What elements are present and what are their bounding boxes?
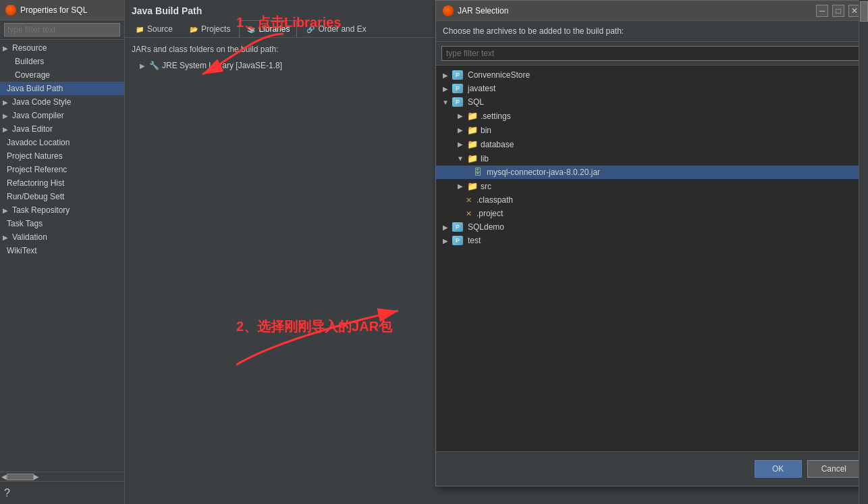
jre-item[interactable]: ▶ 🔧 JRE System Library [JavaSE-1.8] [138, 59, 429, 72]
project-icon: P [452, 70, 463, 80]
task-repository-label: Task Repository [12, 205, 70, 215]
nav-refactoring[interactable]: Refactoring Hist [0, 176, 124, 190]
left-title: Properties for SQL [20, 5, 87, 15]
tree-item-database[interactable]: ▶ 📁 database [436, 137, 867, 151]
dialog-filter-input[interactable] [441, 46, 862, 61]
arrow-icon: ▶ [3, 207, 8, 214]
tab-libraries[interactable]: 📚 Libraries [239, 20, 297, 37]
main-build-path-panel: Java Build Path 📁 Source 📂 Projects 📚 Li… [125, 0, 435, 504]
nav-javadoc[interactable]: Javadoc Location [0, 136, 124, 149]
nav-run-debug[interactable]: Run/Debug Sett [0, 190, 124, 203]
tab-projects[interactable]: 📂 Projects [182, 20, 238, 37]
minimize-button[interactable]: ─ [816, 5, 828, 17]
nav-coverage[interactable]: Coverage [0, 68, 124, 82]
file-icon: ✕ [466, 209, 472, 218]
expand-icon: ▼ [456, 155, 464, 162]
nav-validation[interactable]: ▶ Validation [0, 230, 124, 244]
order-tab-icon: 🔗 [306, 24, 315, 34]
arrow-icon: ▶ [3, 45, 8, 52]
tree-item-sql[interactable]: ▼ P SQL [436, 95, 867, 109]
nav-task-repository[interactable]: ▶ Task Repository [0, 203, 124, 217]
expand-icon: ▼ [441, 99, 450, 106]
scroll-thumb[interactable] [7, 474, 34, 480]
jre-label: JRE System Library [JavaSE-1.8] [162, 61, 282, 70]
scrollbar-thumb[interactable] [860, 1, 868, 22]
expand-icon: ▶ [456, 126, 464, 134]
tree-item-test[interactable]: ▶ P test [436, 234, 867, 247]
expand-arrow: ▶ [138, 62, 146, 70]
project-icon: P [452, 97, 463, 107]
tree-item-settings[interactable]: ▶ 📁 .settings [436, 109, 867, 123]
jre-icon: 🔧 [149, 61, 159, 70]
tree-item-mysql-jar[interactable]: 🗄 mysql-connector-java-8.0.20.jar [436, 166, 867, 179]
folder-icon: 📁 [467, 111, 478, 121]
filter-box [0, 20, 124, 40]
nav-java-compiler[interactable]: ▶ Java Compiler [0, 109, 124, 122]
nav-project-natures[interactable]: Project Natures [0, 149, 124, 163]
java-build-path-label: Java Build Path [7, 84, 63, 93]
arrow-icon: ▶ [3, 112, 8, 120]
left-properties-panel: Properties for SQL ▶ Resource Builders C… [0, 0, 125, 504]
nav-java-code-style[interactable]: ▶ Java Code Style [0, 95, 124, 109]
nav-java-build-path[interactable]: Java Build Path [0, 82, 124, 95]
nav-resource[interactable]: ▶ Resource [0, 41, 124, 55]
file-icon: ✕ [466, 196, 472, 205]
tree-item-convennicestore[interactable]: ▶ P ConvenniceStore [436, 68, 867, 82]
dialog-bottom-buttons: OK Cancel [436, 451, 867, 486]
filter-input[interactable] [4, 23, 120, 36]
scroll-left-btn[interactable]: ◀ [1, 473, 7, 480]
tab-source[interactable]: 📁 Source [128, 20, 180, 37]
tabs-bar: 📁 Source 📂 Projects 📚 Libraries 🔗 Order … [125, 20, 435, 38]
dialog-title: JAR Selection [458, 6, 508, 16]
main-content-area: JARs and class folders on the build path… [125, 38, 435, 504]
folder-icon: 📁 [467, 139, 478, 149]
folder-icon: 📁 [467, 153, 478, 163]
dialog-filter-area [436, 42, 867, 66]
dialog-eclipse-icon [443, 5, 454, 16]
expand-icon: ▶ [441, 85, 450, 93]
jar-selection-dialog: JAR Selection ─ □ ✕ Choose the archives … [435, 0, 868, 486]
horizontal-scrollbar[interactable]: ◀ ▶ [0, 472, 124, 481]
file-tree[interactable]: ▶ P ConvenniceStore ▶ P javatest ▼ P SQL… [436, 66, 867, 451]
folder-icon: 📁 [467, 181, 478, 191]
left-tree-nav: ▶ Resource Builders Coverage Java Build … [0, 40, 124, 472]
eclipse-icon [5, 5, 16, 16]
nav-project-reference[interactable]: Project Referenc [0, 163, 124, 176]
tree-item-javatest[interactable]: ▶ P javatest [436, 82, 867, 95]
dialog-titlebar: JAR Selection ─ □ ✕ [436, 1, 867, 21]
tree-item-bin[interactable]: ▶ 📁 bin [436, 123, 867, 137]
expand-icon: ▶ [456, 141, 464, 148]
nav-task-tags[interactable]: Task Tags [0, 217, 124, 230]
ok-button[interactable]: OK [755, 460, 802, 478]
nav-wikitext[interactable]: WikiText [0, 244, 124, 257]
project-icon: P [452, 236, 463, 245]
nav-java-editor[interactable]: ▶ Java Editor [0, 122, 124, 136]
main-panel-title: Java Build Path [125, 0, 435, 20]
tree-item-src[interactable]: ▶ 📁 src [436, 179, 867, 193]
jar-file-icon: 🗄 [474, 168, 482, 177]
main-right-scrollbar[interactable] [859, 0, 868, 504]
tab-order-export[interactable]: 🔗 Order and Ex [298, 20, 373, 37]
dialog-subtitle: Choose the archives to be added to the b… [436, 21, 867, 42]
source-tab-icon: 📁 [135, 24, 144, 34]
help-icon-area: ? [0, 481, 124, 504]
arrow-icon: ▶ [3, 99, 8, 106]
tree-item-project[interactable]: ✕ .project [436, 207, 867, 220]
help-icon[interactable]: ? [4, 487, 10, 499]
folder-icon: 📁 [467, 125, 478, 135]
expand-icon: ▶ [441, 224, 450, 231]
tree-item-lib[interactable]: ▼ 📁 lib [436, 151, 867, 166]
arrow-icon: ▶ [3, 234, 8, 241]
expand-icon: ▶ [456, 112, 464, 120]
expand-icon: ▶ [441, 72, 450, 79]
nav-builders[interactable]: Builders [0, 55, 124, 68]
jre-tree: ▶ 🔧 JRE System Library [JavaSE-1.8] [132, 59, 429, 72]
cancel-button[interactable]: Cancel [807, 460, 861, 478]
dialog-window-controls: ─ □ ✕ [816, 5, 861, 17]
arrow-icon: ▶ [3, 126, 8, 133]
scroll-right-btn[interactable]: ▶ [34, 473, 39, 480]
restore-button[interactable]: □ [832, 5, 844, 17]
tree-item-sqldemo[interactable]: ▶ P SQLdemo [436, 220, 867, 234]
tree-item-classpath[interactable]: ✕ .classpath [436, 193, 867, 207]
left-title-bar: Properties for SQL [0, 0, 124, 20]
